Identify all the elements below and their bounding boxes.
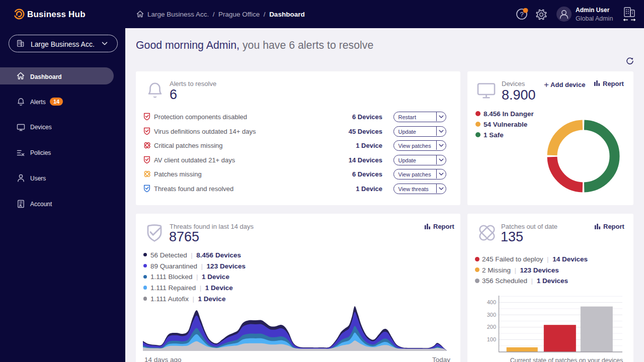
svg-text:300: 300 (487, 312, 496, 318)
svg-text:200: 200 (487, 324, 496, 330)
svg-text:400: 400 (487, 299, 496, 305)
svg-text:?: ? (520, 11, 523, 18)
svg-text:100: 100 (487, 336, 496, 342)
